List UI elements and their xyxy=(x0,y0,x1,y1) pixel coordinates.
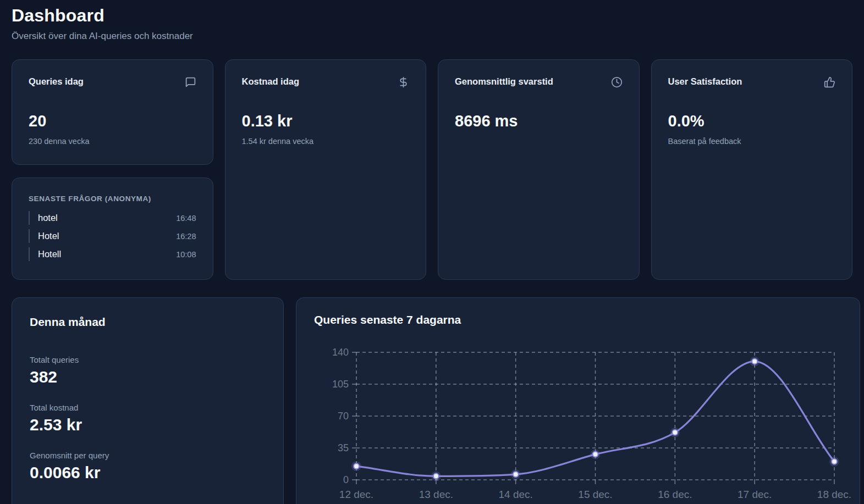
clock-icon xyxy=(611,76,623,88)
chart-dot[interactable] xyxy=(433,473,439,479)
y-axis-label: 140 xyxy=(332,347,349,358)
query-time: 16:48 xyxy=(176,214,196,223)
stat-card-header: Queries idag xyxy=(29,76,196,88)
stat-card-value: 0.13 kr xyxy=(242,112,410,130)
month-stat: Totalt queries 382 xyxy=(30,355,266,386)
thumbs-up-icon xyxy=(824,76,835,88)
stat-card-value: 20 xyxy=(29,112,196,130)
x-axis-label: 18 dec. xyxy=(817,489,851,500)
query-list-item: Hotel 16:28 xyxy=(29,229,196,243)
stat-card-value: 0.0% xyxy=(668,112,836,130)
dollar-sign-icon xyxy=(398,76,409,88)
stat-card-subtext: 1.54 kr denna vecka xyxy=(242,137,410,146)
page-header: Dashboard Översikt över dina AI-queries … xyxy=(12,5,852,42)
month-summary-card: Denna månad Totalt queries 382 Total kos… xyxy=(12,297,284,504)
first-column: Queries idag 20 230 denna vecka SENASTE … xyxy=(12,59,213,280)
stat-card-avg-response-time: Genomsnittlig svarstid 8696 ms xyxy=(438,59,640,280)
query-text: Hotell xyxy=(38,249,61,259)
month-summary-title: Denna månad xyxy=(30,315,266,329)
month-stat-value: 0.0066 kr xyxy=(30,463,266,482)
month-stat-value: 2.53 kr xyxy=(30,416,266,434)
stat-card-label: Genomsnittlig svarstid xyxy=(455,76,553,87)
query-time: 16:28 xyxy=(176,232,196,241)
stat-card-subtext: 230 denna vecka xyxy=(29,137,196,146)
month-stat: Genomsnitt per query 0.0066 kr xyxy=(30,451,266,482)
message-square-icon xyxy=(185,76,196,88)
month-stat-value: 382 xyxy=(30,368,266,386)
recent-queries-list: hotel 16:48 Hotel 16:28 Hotell 10:08 xyxy=(29,211,196,261)
stat-card-cost-today: Kostnad idag 0.13 kr 1.54 kr denna vecka xyxy=(225,59,427,280)
queries-line-chart: 0357010514012 dec.13 dec.14 dec.15 dec.1… xyxy=(314,343,842,504)
stat-card-header: User Satisfaction xyxy=(668,76,836,88)
x-axis-label: 17 dec. xyxy=(738,489,772,500)
stat-card-subtext: Baserat på feedback xyxy=(668,137,836,146)
queries-chart-title: Queries senaste 7 dagarna xyxy=(314,313,842,326)
month-stat-label: Totalt queries xyxy=(30,355,266,364)
page-subtitle: Översikt över dina AI-queries och kostna… xyxy=(12,31,852,42)
chart-dot[interactable] xyxy=(513,472,519,477)
stat-card-header: Kostnad idag xyxy=(242,76,410,88)
stat-card-queries-today: Queries idag 20 230 denna vecka xyxy=(12,59,213,165)
recent-queries-title: SENASTE FRÅGOR (ANONYMA) xyxy=(29,195,196,203)
chart-dot[interactable] xyxy=(752,359,757,364)
month-summary-stats: Totalt queries 382 Total kostnad 2.53 kr… xyxy=(30,355,266,482)
x-axis-label: 16 dec. xyxy=(658,489,692,500)
month-stat: Total kostnad 2.53 kr xyxy=(30,403,266,434)
month-stat-label: Genomsnitt per query xyxy=(30,451,266,460)
y-axis-label: 70 xyxy=(338,411,349,422)
query-list-item: Hotell 10:08 xyxy=(29,247,196,261)
query-time: 10:08 xyxy=(176,250,196,259)
chart-dot[interactable] xyxy=(672,430,678,435)
stat-card-header: Genomsnittlig svarstid xyxy=(455,76,623,88)
query-text: Hotel xyxy=(38,231,59,241)
y-axis-label: 0 xyxy=(343,474,349,485)
stat-card-label: Kostnad idag xyxy=(242,76,300,87)
query-text: hotel xyxy=(38,213,58,223)
x-axis-label: 14 dec. xyxy=(499,489,533,500)
month-stat-label: Total kostnad xyxy=(30,403,266,412)
stat-card-user-satisfaction: User Satisfaction 0.0% Baserat på feedba… xyxy=(651,59,853,280)
x-axis-label: 13 dec. xyxy=(419,489,453,500)
chart-dot[interactable] xyxy=(593,452,598,457)
stat-card-value: 8696 ms xyxy=(455,112,623,130)
stat-card-label: User Satisfaction xyxy=(668,76,742,87)
y-axis-label: 35 xyxy=(338,442,349,453)
x-axis-label: 12 dec. xyxy=(339,489,373,500)
queries-chart-card: Queries senaste 7 dagarna 0357010514012 … xyxy=(296,297,860,504)
bottom-section: Denna månad Totalt queries 382 Total kos… xyxy=(12,297,852,504)
page-title: Dashboard xyxy=(12,5,852,26)
stat-cards-section: Queries idag 20 230 denna vecka SENASTE … xyxy=(12,59,852,280)
query-list-item: hotel 16:48 xyxy=(29,211,196,225)
recent-queries-card: SENASTE FRÅGOR (ANONYMA) hotel 16:48 Hot… xyxy=(12,178,213,280)
stat-card-label: Queries idag xyxy=(29,76,84,87)
x-axis-label: 15 dec. xyxy=(578,489,612,500)
chart-dot[interactable] xyxy=(354,463,359,469)
chart-dot[interactable] xyxy=(832,459,837,464)
y-axis-label: 105 xyxy=(332,379,349,390)
